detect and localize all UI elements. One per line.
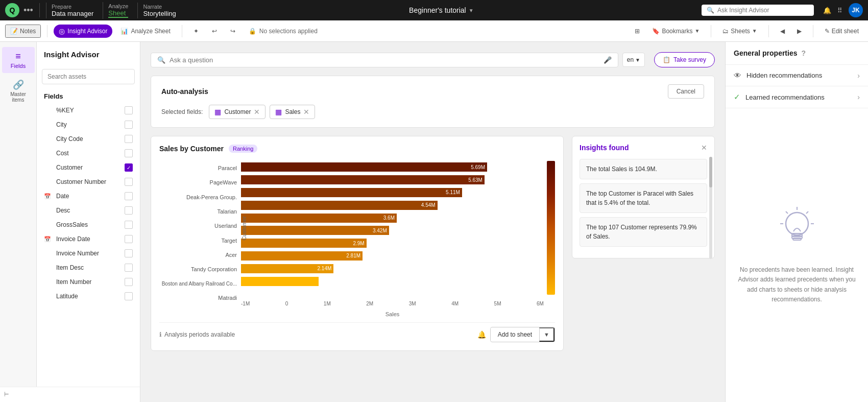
toolbar-right: ⊞ 🔖 Bookmarks ▼ 🗂 Sheets ▼ ◀ ▶ ✎ Edit sh… (631, 25, 863, 37)
field-checkbox[interactable] (125, 106, 133, 114)
sidebar-item-fields[interactable]: ≡ Fields (2, 47, 35, 73)
apps-grid-icon[interactable]: ⠿ (837, 7, 842, 14)
field-item-gross-sales[interactable]: GrossSales (39, 218, 138, 232)
field-item-date[interactable]: 📅 Date (39, 189, 138, 203)
calendar-icon2: 📅 (44, 236, 52, 243)
field-checkbox[interactable] (125, 178, 133, 186)
nav-action-icons: 🔔 ⠿ JK (823, 3, 863, 17)
nav-left-button[interactable]: ◀ (776, 26, 789, 37)
insight-card-2: The top Customer is Paracel with Sales t… (580, 183, 707, 213)
lock-icon: 🔒 (249, 28, 256, 35)
field-item-key[interactable]: %KEY (39, 103, 138, 117)
field-item-item-desc[interactable]: Item Desc (39, 261, 138, 275)
chart-main-area: Sales by Customer Ranking Paracel PageWa… (151, 136, 564, 351)
field-checkbox[interactable] (125, 192, 133, 200)
sidebar-item-master-items[interactable]: 🔗 Master items (2, 75, 35, 107)
learned-recommendations-section[interactable]: ✓ Learned recommendations › (726, 86, 868, 108)
add-to-sheet-dropdown[interactable]: ▼ (539, 327, 554, 342)
field-checkbox[interactable] (125, 149, 133, 157)
edit-icon: ✎ (825, 28, 830, 35)
help-icon[interactable]: ? (802, 49, 806, 57)
insight-search-wrap[interactable]: 🔍 🎤 (151, 53, 618, 67)
notification-icon[interactable]: 🔔 (823, 7, 831, 14)
analysis-periods: ℹ Analysis periods available (159, 331, 235, 338)
bar-fill: 4.54M (241, 201, 438, 210)
mic-icon[interactable]: 🎤 (604, 56, 612, 64)
field-tag-customer: ▦ Customer ✕ (209, 105, 266, 119)
bell-icon[interactable]: 🔔 (477, 330, 486, 339)
bar-row-2: 5.63M (241, 175, 544, 185)
edit-sheet-button[interactable]: ✎ Edit sheet (821, 26, 863, 37)
chart-card: Sales by Customer Ranking Paracel PageWa… (151, 136, 564, 351)
bar-row-1: 5.69M (241, 162, 544, 172)
bar-row-10 (241, 276, 544, 287)
lang-selector[interactable]: en ▼ (622, 53, 645, 67)
magic-wand-button[interactable]: ✦ (188, 25, 204, 37)
field-item-invoice-date[interactable]: 📅 Invoice Date (39, 232, 138, 246)
auto-analysis-header: Auto-analysis Cancel (161, 84, 704, 99)
undo-button[interactable]: ↩ (207, 25, 222, 37)
field-checkbox[interactable] (125, 221, 133, 229)
notes-button[interactable]: 📝 Notes (5, 25, 41, 38)
field-item-invoice-number[interactable]: Invoice Number (39, 246, 138, 261)
panel-title: Insight Advisor (37, 42, 140, 64)
close-insights-icon[interactable]: ✕ (701, 144, 707, 152)
field-checkbox[interactable] (125, 278, 133, 286)
field-item-customer-number[interactable]: Customer Number (39, 175, 138, 189)
field-item-citycode[interactable]: City Code (39, 132, 138, 146)
svg-point-0 (786, 212, 808, 235)
field-checkbox[interactable] (125, 235, 133, 243)
field-checkbox[interactable] (125, 121, 133, 129)
nav-right-button[interactable]: ▶ (793, 26, 806, 37)
fields-list-area: Insight Advisor Fields %KEY City (37, 42, 140, 387)
master-items-icon: 🔗 (13, 79, 24, 90)
color-gradient-bar (547, 161, 555, 295)
top-navigation: Q ••• Prepare Data manager Analyze Sheet… (0, 0, 868, 20)
search-icon2: 🔍 (157, 56, 165, 64)
search-assets-input[interactable] (42, 69, 135, 84)
collapse-panel-button[interactable]: ⊢ (0, 387, 140, 402)
add-to-sheet-main-button[interactable]: Add to sheet (491, 328, 539, 341)
ask-question-input[interactable] (170, 56, 599, 64)
analyze-sheet-button[interactable]: 📊 Analyze Sheet (115, 25, 175, 37)
chart-footer: ℹ Analysis periods available 🔔 Add to sh… (159, 322, 555, 342)
insight-advisor-search[interactable]: 🔍 (702, 5, 814, 16)
field-item-city[interactable]: City (39, 117, 138, 132)
field-checkbox[interactable] (125, 135, 133, 143)
eye-off-icon: 👁 (734, 71, 741, 80)
remove-customer-tag[interactable]: ✕ (254, 108, 260, 116)
field-item-customer[interactable]: Customer ✓ (39, 160, 138, 175)
fields-icon: ≡ (15, 51, 21, 62)
grid-view-button[interactable]: ⊞ (631, 26, 644, 37)
nav-analyze[interactable]: Analyze Sheet (103, 2, 133, 19)
remove-sales-tag[interactable]: ✕ (303, 108, 309, 116)
field-item-desc[interactable]: Desc (39, 203, 138, 218)
field-item-item-number[interactable]: Item Number (39, 275, 138, 289)
field-checkbox-checked[interactable]: ✓ (125, 163, 133, 172)
redo-button[interactable]: ↪ (225, 25, 240, 37)
field-checkbox[interactable] (125, 249, 133, 257)
field-checkbox[interactable] (125, 206, 133, 215)
y-axis-title: Customer (241, 216, 247, 241)
field-checkbox[interactable] (125, 264, 133, 272)
field-tag-sales: ▦ Sales ✕ (270, 105, 315, 119)
scroll-thumb (709, 157, 712, 187)
search-icon: 🔍 (707, 7, 714, 14)
insight-advisor-tab[interactable]: ◎ Insight Advisor (54, 25, 112, 38)
field-checkbox[interactable] (125, 292, 133, 300)
avatar[interactable]: JK (849, 3, 863, 17)
sheets-button[interactable]: 🗂 Sheets ▼ (718, 26, 761, 37)
app-menu-dots[interactable]: ••• (23, 5, 33, 16)
bookmarks-button[interactable]: 🔖 Bookmarks ▼ (648, 26, 704, 37)
field-item-latitude[interactable]: Latitude (39, 289, 138, 303)
chevron-down-icon2: ▼ (752, 28, 757, 34)
cancel-button[interactable]: Cancel (668, 84, 704, 99)
nav-narrate[interactable]: Narrate Storytelling (137, 3, 181, 18)
field-item-cost[interactable]: Cost (39, 146, 138, 160)
bar-row-8: 2.81M (241, 251, 544, 261)
check-circle-icon: ✓ (734, 92, 740, 102)
hidden-recommendations-section[interactable]: 👁 Hidden recommendations › (726, 65, 868, 86)
take-survey-button[interactable]: 📋 Take survey (654, 52, 715, 67)
insight-advisor-search-input[interactable] (717, 7, 799, 14)
nav-prepare[interactable]: Prepare Data manager (46, 3, 99, 18)
